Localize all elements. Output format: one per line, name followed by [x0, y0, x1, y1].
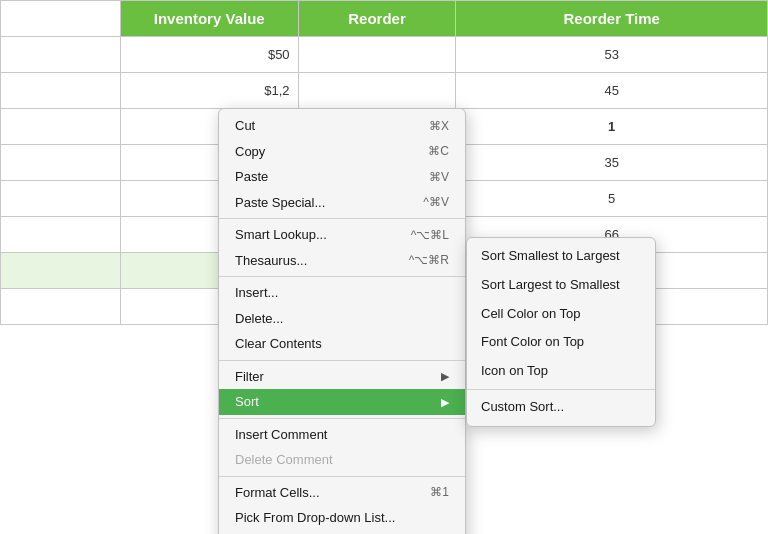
cell-time: 1 — [456, 109, 768, 145]
menu-shortcut-format-cells: ⌘1 — [430, 483, 449, 501]
menu-shortcut-paste-special: ^⌘V — [423, 193, 449, 211]
menu-separator-4 — [219, 418, 465, 419]
menu-item-copy[interactable]: Copy ⌘C — [219, 139, 465, 165]
cell-inventory: $1,2 — [120, 73, 298, 109]
menu-item-smart-lookup[interactable]: Smart Lookup... ^⌥⌘L — [219, 222, 465, 248]
table-row: $50 53 — [1, 37, 768, 73]
submenu-item-sort-smallest[interactable]: Sort Smallest to Largest — [467, 242, 655, 271]
menu-label-format-cells: Format Cells... — [235, 483, 320, 503]
menu-label-cut: Cut — [235, 116, 255, 136]
menu-item-cut[interactable]: Cut ⌘X — [219, 113, 465, 139]
filter-arrow-icon: ▶ — [441, 368, 449, 385]
submenu-item-cell-color-top[interactable]: Cell Color on Top — [467, 300, 655, 329]
cell-left — [1, 181, 121, 217]
cell-time: 5 — [456, 181, 768, 217]
submenu-item-custom-sort[interactable]: Custom Sort... — [467, 393, 655, 422]
cell-time: 35 — [456, 145, 768, 181]
menu-label-clear-contents: Clear Contents — [235, 334, 322, 354]
menu-shortcut-thesaurus: ^⌥⌘R — [409, 251, 449, 269]
cell-time: 53 — [456, 37, 768, 73]
menu-item-delete-comment[interactable]: Delete Comment — [219, 447, 465, 473]
submenu-separator — [467, 389, 655, 390]
menu-item-insert[interactable]: Insert... — [219, 280, 465, 306]
cell-left — [1, 145, 121, 181]
menu-separator-5 — [219, 476, 465, 477]
menu-shortcut-smart-lookup: ^⌥⌘L — [411, 226, 449, 244]
menu-label-copy: Copy — [235, 142, 265, 162]
submenu-label-custom-sort: Custom Sort... — [481, 397, 564, 418]
menu-item-paste[interactable]: Paste ⌘V — [219, 164, 465, 190]
submenu-label-sort-largest: Sort Largest to Smallest — [481, 275, 620, 296]
menu-item-thesaurus[interactable]: Thesaurus... ^⌥⌘R — [219, 248, 465, 274]
menu-label-delete-comment: Delete Comment — [235, 450, 333, 470]
menu-label-filter: Filter — [235, 367, 264, 387]
cell-left — [1, 37, 121, 73]
cell-left — [1, 73, 121, 109]
menu-shortcut-paste: ⌘V — [429, 168, 449, 186]
table-row: $1,2 45 — [1, 73, 768, 109]
menu-item-sort[interactable]: Sort ▶ — [219, 389, 465, 415]
menu-item-paste-special[interactable]: Paste Special... ^⌘V — [219, 190, 465, 216]
menu-label-paste-special: Paste Special... — [235, 193, 325, 213]
menu-label-delete: Delete... — [235, 309, 283, 329]
menu-item-format-cells[interactable]: Format Cells... ⌘1 — [219, 480, 465, 506]
menu-separator-2 — [219, 276, 465, 277]
menu-shortcut-copy: ⌘C — [428, 142, 449, 160]
header-filler — [1, 1, 121, 37]
menu-label-thesaurus: Thesaurus... — [235, 251, 307, 271]
menu-label-paste: Paste — [235, 167, 268, 187]
menu-separator-1 — [219, 218, 465, 219]
menu-item-clear-contents[interactable]: Clear Contents — [219, 331, 465, 357]
header-inventory: Inventory Value — [120, 1, 298, 37]
menu-item-pick-dropdown[interactable]: Pick From Drop-down List... — [219, 505, 465, 531]
submenu-item-font-color-top[interactable]: Font Color on Top — [467, 328, 655, 357]
menu-item-filter[interactable]: Filter ▶ — [219, 364, 465, 390]
cell-left — [1, 109, 121, 145]
cell-left — [1, 289, 121, 325]
context-menu: Cut ⌘X Copy ⌘C Paste ⌘V Paste Special...… — [218, 108, 466, 534]
cell-reorder — [298, 37, 456, 73]
submenu-label-icon-on-top: Icon on Top — [481, 361, 548, 382]
menu-label-smart-lookup: Smart Lookup... — [235, 225, 327, 245]
cell-reorder — [298, 73, 456, 109]
submenu-item-sort-largest[interactable]: Sort Largest to Smallest — [467, 271, 655, 300]
sort-submenu: Sort Smallest to Largest Sort Largest to… — [466, 237, 656, 427]
cell-left — [1, 217, 121, 253]
cell-time: 45 — [456, 73, 768, 109]
header-reorder: Reorder — [298, 1, 456, 37]
header-reorder-time: Reorder Time — [456, 1, 768, 37]
menu-shortcut-cut: ⌘X — [429, 117, 449, 135]
menu-item-delete[interactable]: Delete... — [219, 306, 465, 332]
cell-inventory: $50 — [120, 37, 298, 73]
submenu-label-sort-smallest: Sort Smallest to Largest — [481, 246, 620, 267]
sort-arrow-icon: ▶ — [441, 394, 449, 411]
menu-label-insert: Insert... — [235, 283, 278, 303]
menu-item-define-name[interactable]: Define Name... — [219, 531, 465, 535]
menu-item-insert-comment[interactable]: Insert Comment — [219, 422, 465, 448]
cell-left — [1, 253, 121, 289]
submenu-label-cell-color-top: Cell Color on Top — [481, 304, 580, 325]
submenu-item-icon-on-top[interactable]: Icon on Top — [467, 357, 655, 386]
submenu-label-font-color-top: Font Color on Top — [481, 332, 584, 353]
menu-label-pick-dropdown: Pick From Drop-down List... — [235, 508, 395, 528]
menu-label-insert-comment: Insert Comment — [235, 425, 327, 445]
menu-separator-3 — [219, 360, 465, 361]
menu-label-sort: Sort — [235, 392, 259, 412]
